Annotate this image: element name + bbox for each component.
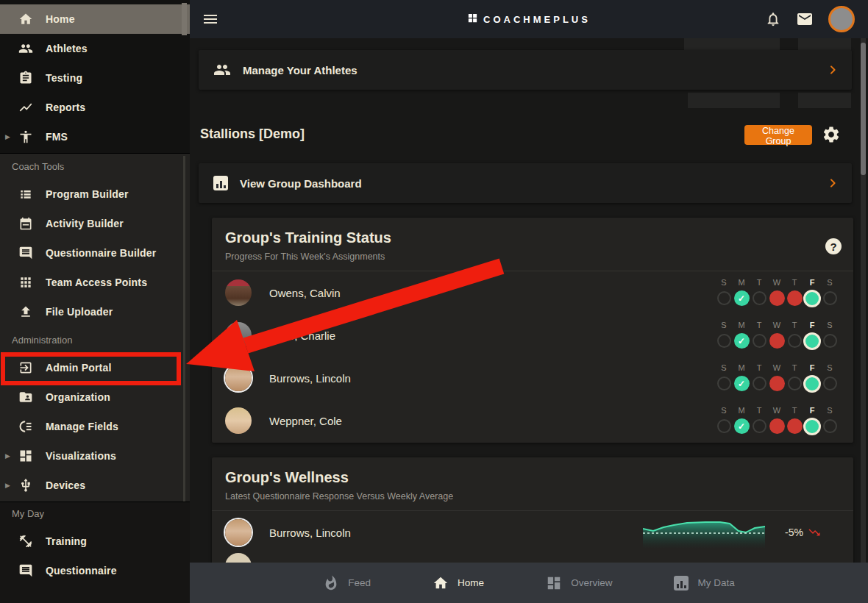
wellness-sparkline: [643, 517, 766, 548]
sidebar-item-file-uploader[interactable]: File Uploader: [0, 297, 190, 327]
sidebar-item-questionnaire[interactable]: Questionnaire: [0, 556, 190, 585]
view-dashboard-card[interactable]: View Group Dashboard: [199, 163, 852, 203]
day-letter: T: [786, 406, 803, 415]
calendar-icon: [18, 216, 34, 231]
day-status-none: [788, 334, 802, 348]
athlete-avatar: [225, 407, 252, 434]
day-status-none: [717, 334, 731, 348]
sidebar-item-admin-portal[interactable]: Admin Portal: [0, 353, 190, 382]
sidebar-item-label: Home: [46, 13, 75, 25]
sidebar-scrollbar-thumb[interactable]: [182, 3, 187, 35]
sidebar-item-reports[interactable]: Reports: [0, 93, 190, 122]
grid-dots-icon: [18, 275, 34, 290]
dashboard-chart-icon: [213, 176, 228, 190]
week-status-widget: SMTWTFS✓: [715, 406, 840, 435]
sidebar-item-label: File Uploader: [46, 306, 113, 318]
athlete-avatar: [225, 365, 252, 391]
manage-athletes-card[interactable]: Manage Your Athletes: [199, 50, 852, 90]
day-letter: S: [821, 363, 839, 372]
exit-to-app-icon: [18, 360, 34, 375]
top-bar: COACHMEPLUS: [190, 0, 868, 38]
athlete-name: Burrows, Lincoln: [269, 372, 351, 385]
manage-athletes-label: Manage Your Athletes: [243, 64, 357, 76]
sidebar-item-organization[interactable]: Organization: [0, 382, 190, 412]
sidebar-item-home[interactable]: Home: [0, 4, 190, 34]
device-icon: [18, 478, 34, 493]
change-group-button[interactable]: Change Group: [744, 125, 812, 145]
day-letter: F: [803, 406, 821, 415]
day-status-missed: [769, 290, 785, 306]
bottom-nav-my-data[interactable]: My Data: [674, 576, 734, 590]
day-status-none: [753, 291, 766, 305]
bottom-nav-home[interactable]: Home: [433, 575, 484, 591]
menu-icon[interactable]: [202, 10, 219, 28]
day-status-none: [753, 377, 766, 390]
expand-caret-icon[interactable]: ▶: [5, 133, 10, 140]
chevron-right-icon: [824, 61, 842, 79]
background-block: [798, 93, 851, 108]
dashboard-icon: [18, 449, 34, 463]
sidebar-item-label: Activity Builder: [46, 218, 124, 229]
sidebar-item-team-access-points[interactable]: Team Access Points: [0, 268, 190, 297]
day-status-missed: [787, 290, 803, 306]
day-letter: M: [733, 278, 750, 287]
sidebar-item-label: FMS: [46, 131, 68, 143]
day-letter: M: [733, 363, 750, 372]
day-status-missed: [787, 418, 803, 434]
home-icon: [433, 575, 449, 591]
day-status-done: ✓: [734, 376, 750, 391]
bottom-nav-feed[interactable]: Feed: [323, 575, 371, 591]
day-status-none: [823, 291, 837, 305]
day-status-today: [803, 418, 821, 435]
day-status-done: ✓: [734, 418, 750, 434]
sidebar-item-program-builder[interactable]: Program Builder: [0, 179, 190, 209]
logo-grid-icon: [467, 13, 478, 26]
user-avatar[interactable]: [828, 6, 855, 32]
day-letter: W: [768, 278, 786, 287]
sidebar-item-activity-builder[interactable]: Activity Builder: [0, 209, 190, 238]
bottom-nav-overview[interactable]: Overview: [546, 575, 612, 591]
gear-icon[interactable]: [822, 125, 841, 144]
sidebar-item-fms[interactable]: ▶FMS: [0, 122, 190, 151]
day-letter: S: [821, 321, 839, 329]
wellness-row[interactable]: Burrows, Lincoln -5%: [212, 511, 853, 554]
athlete-row[interactable]: Burrows, LincolnSMTWTFS✓: [212, 357, 853, 399]
expand-caret-icon[interactable]: ▶: [5, 482, 10, 489]
day-letter: W: [768, 363, 786, 372]
day-letter: T: [750, 321, 768, 329]
day-letter: M: [733, 321, 750, 329]
day-letter: S: [715, 321, 733, 329]
sidebar-item-visualizations[interactable]: ▶Visualizations: [0, 441, 190, 471]
sidebar-item-devices[interactable]: ▶Devices: [0, 471, 190, 500]
background-block: [684, 37, 780, 50]
sidebar-item-label: Program Builder: [46, 188, 129, 200]
sidebar-item-training[interactable]: Training: [0, 527, 190, 556]
athlete-row[interactable]: Weppner, ColeSMTWTFS✓: [212, 399, 853, 442]
main-scrollbar-thumb[interactable]: [861, 43, 866, 175]
sidebar-item-questionnaire-builder[interactable]: Questionnaire Builder: [0, 238, 190, 268]
day-letter: F: [803, 278, 821, 287]
background-block: [688, 93, 780, 108]
sidebar-main-list: HomeAthletesTestingReports▶FMS: [0, 0, 190, 151]
logo-text: COACHMEPLUS: [483, 14, 591, 25]
athlete-row[interactable]: Owens, CalvinSMTWTFS✓: [212, 271, 853, 314]
wellness-change-value: -5%: [785, 527, 803, 538]
athlete-row[interactable]: Pace, CharlieSMTWTFS✓: [212, 314, 853, 357]
sidebar: HomeAthletesTestingReports▶FMS Coach Too…: [0, 0, 190, 603]
day-status-missed: [769, 333, 785, 349]
sidebar-item-athletes[interactable]: Athletes: [0, 34, 190, 63]
athlete-avatar: [225, 322, 252, 349]
help-icon[interactable]: ?: [825, 238, 842, 254]
mail-icon[interactable]: [796, 10, 814, 28]
sidebar-item-label: Reports: [46, 101, 85, 113]
expand-caret-icon[interactable]: ▶: [5, 452, 10, 460]
body-icon: [18, 129, 34, 144]
sidebar-item-manage-fields[interactable]: Manage Fields: [0, 412, 190, 441]
day-status-none: [823, 377, 837, 390]
bottom-nav-label: Feed: [348, 577, 371, 588]
day-letter: F: [803, 321, 821, 329]
athlete-name: Weppner, Cole: [269, 415, 342, 427]
sidebar-item-testing[interactable]: Testing: [0, 63, 190, 93]
sidebar-section-label-my-day: My Day: [0, 500, 190, 527]
notifications-bell-icon[interactable]: [765, 11, 781, 27]
